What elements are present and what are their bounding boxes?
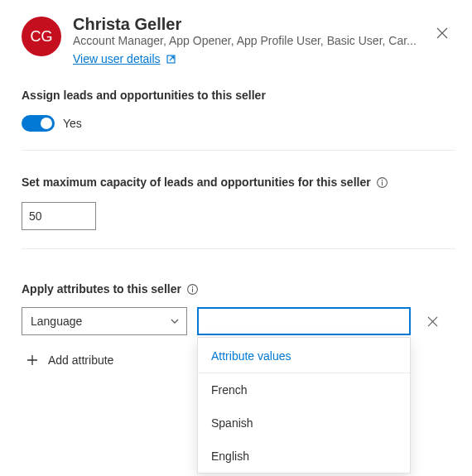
- close-icon: [436, 27, 448, 39]
- attribute-type-value: Language: [31, 315, 82, 328]
- assign-toggle-text: Yes: [63, 117, 82, 130]
- view-user-details-link[interactable]: View user details: [73, 52, 176, 65]
- assign-toggle[interactable]: [22, 115, 55, 132]
- user-name: Christa Geller: [73, 15, 429, 34]
- user-roles: Account Manager, App Opener, App Profile…: [73, 34, 421, 47]
- close-icon: [427, 316, 438, 327]
- close-button[interactable]: [429, 20, 455, 46]
- info-icon[interactable]: [376, 176, 388, 189]
- view-user-details-label: View user details: [73, 52, 161, 65]
- toggle-knob: [41, 118, 52, 129]
- plus-icon: [26, 354, 38, 366]
- attribute-type-select[interactable]: Language: [22, 307, 187, 335]
- add-attribute-label: Add attribute: [48, 353, 113, 367]
- dropdown-item[interactable]: French: [198, 373, 410, 406]
- chevron-down-icon: [170, 316, 180, 326]
- divider: [22, 150, 455, 151]
- remove-attribute-button[interactable]: [421, 310, 444, 333]
- divider: [22, 248, 455, 249]
- attributes-label: Apply attributes to this seller: [22, 282, 181, 296]
- dropdown-header: Attribute values: [198, 338, 410, 373]
- avatar: CG: [22, 17, 61, 56]
- capacity-label: Set maximum capacity of leads and opport…: [22, 175, 371, 189]
- dropdown-item[interactable]: English: [198, 440, 410, 473]
- open-in-new-icon: [166, 54, 176, 65]
- dropdown-item[interactable]: Spanish: [198, 406, 410, 440]
- capacity-input[interactable]: [22, 202, 96, 230]
- info-icon[interactable]: [186, 283, 199, 296]
- attribute-value-input[interactable]: [197, 307, 411, 335]
- assign-label: Assign leads and opportunities to this s…: [22, 89, 455, 102]
- attribute-value-dropdown: Attribute values French Spanish English: [197, 337, 411, 474]
